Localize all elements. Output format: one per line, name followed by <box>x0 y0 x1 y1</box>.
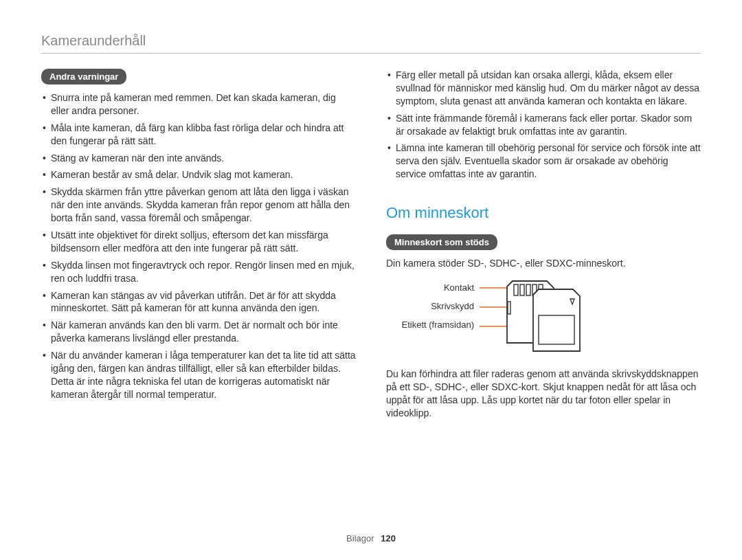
sd-card-icon <box>480 280 596 355</box>
warnings-list: Snurra inte på kameran med remmen. Det k… <box>41 91 356 401</box>
svg-rect-4 <box>520 284 524 295</box>
list-item: Lämna inte kameran till obehörig persona… <box>386 142 701 181</box>
label-front: Etikett (framsidan) <box>402 320 474 330</box>
svg-rect-5 <box>526 284 530 295</box>
svg-rect-9 <box>539 315 574 344</box>
label-contact: Kontakt <box>444 282 474 293</box>
list-item: Sätt inte främmande föremål i kamerans f… <box>386 112 701 138</box>
list-item: Skydda skärmen från yttre påverkan genom… <box>41 186 356 225</box>
list-item: Utsätt inte objektivet för direkt sollju… <box>41 229 356 255</box>
footer-section: Bilagor <box>346 533 374 544</box>
list-item: Färg eller metall på utsidan kan orsaka … <box>386 69 701 108</box>
pill-other-warnings: Andra varningar <box>41 69 126 85</box>
memory-heading: Om minneskort <box>386 204 701 222</box>
left-column: Andra varningar Snurra inte på kameran m… <box>41 69 356 424</box>
list-item: Snurra inte på kameran med remmen. Det k… <box>41 91 356 117</box>
list-item: Kameran består av små delar. Undvik slag… <box>41 168 356 181</box>
list-item: Måla inte kameran, då färg kan klibba fa… <box>41 122 356 148</box>
svg-rect-3 <box>514 284 518 295</box>
memory-intro: Din kamera stöder SD-, SDHC-, eller SDXC… <box>386 257 701 270</box>
content-columns: Andra varningar Snurra inte på kameran m… <box>41 69 701 424</box>
list-item: När du använder kameran i låga temperatu… <box>41 349 356 401</box>
list-item: När kameran används kan den bli varm. De… <box>41 319 356 345</box>
page-title: Kameraunderhåll <box>41 33 701 54</box>
memory-outro: Du kan förhindra att filer raderas genom… <box>386 368 701 420</box>
pill-supported-cards: Minneskort som stöds <box>386 234 497 250</box>
warnings-list-continued: Färg eller metall på utsidan kan orsaka … <box>386 69 701 181</box>
label-writeprotect: Skrivskydd <box>431 301 474 311</box>
sd-card-diagram: Kontakt Skrivskydd Etikett (framsidan) <box>386 280 701 355</box>
list-item: Stäng av kameran när den inte används. <box>41 152 356 165</box>
footer-page-number: 120 <box>381 533 396 544</box>
right-column: Färg eller metall på utsidan kan orsaka … <box>386 69 701 424</box>
page-footer: Bilagor 120 <box>0 533 742 544</box>
svg-rect-8 <box>508 302 510 314</box>
list-item: Kameran kan stängas av vid påverkan utif… <box>41 289 356 315</box>
list-item: Skydda linsen mot fingeravtryck och repo… <box>41 259 356 285</box>
sd-labels: Kontakt Skrivskydd Etikett (framsidan) <box>386 280 474 330</box>
